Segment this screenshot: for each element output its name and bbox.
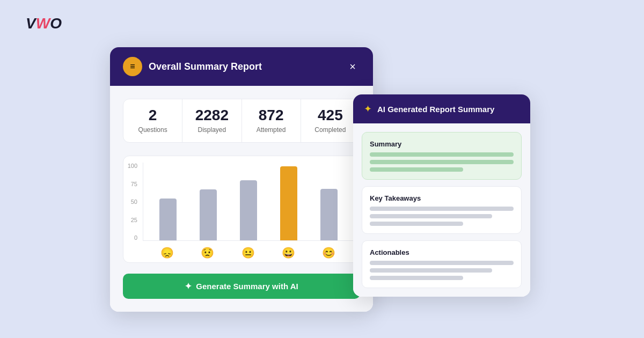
logo-o: O — [50, 15, 61, 32]
y-label-75: 75 — [123, 181, 141, 187]
chart-area: 100 75 50 25 0 — [123, 156, 360, 263]
modal-body: 2 Questions 2282 Displayed 872 Attempted… — [110, 86, 373, 312]
ai-line — [370, 268, 492, 273]
bar-2 — [200, 189, 217, 240]
generate-btn-label: Generate Summary with AI — [196, 282, 298, 291]
ai-line — [370, 261, 514, 265]
modal-title: Overall Summary Report — [149, 61, 262, 72]
chart-y-labels: 100 75 50 25 0 — [123, 163, 141, 241]
ai-line — [370, 222, 463, 226]
y-label-100: 100 — [123, 163, 141, 169]
ai-sparkle-icon: ✦ — [364, 103, 372, 115]
ai-line — [370, 152, 514, 157]
ai-panel-body: Summary Key Takeaways Actionables — [353, 123, 530, 297]
stat-attempted-number: 872 — [248, 108, 294, 123]
stat-displayed: 2282 Displayed — [182, 99, 241, 142]
bar-group-4 — [273, 166, 304, 240]
emoji-row: 😞 😟 😐 😀 😊 — [143, 246, 353, 259]
ai-line — [370, 214, 492, 218]
emoji-3: 😐 — [232, 246, 264, 259]
ai-panel-title: AI Generated Report Summary — [377, 105, 494, 114]
ai-section-takeaways-title: Key Takeaways — [370, 194, 514, 202]
ai-panel: ✦ AI Generated Report Summary Summary Ke… — [353, 94, 530, 297]
ai-line — [370, 276, 463, 280]
modal-header: ≡ Overall Summary Report × — [110, 47, 373, 86]
ai-section-actionables: Actionables — [362, 240, 522, 288]
bar-4 — [280, 166, 297, 240]
stat-displayed-number: 2282 — [189, 108, 235, 123]
ai-line — [370, 167, 463, 172]
stat-displayed-label: Displayed — [189, 126, 235, 134]
bar-1 — [159, 199, 177, 240]
ai-section-actionables-title: Actionables — [370, 248, 514, 256]
y-label-25: 25 — [123, 217, 141, 223]
bar-group-1 — [152, 199, 184, 240]
y-label-0: 0 — [123, 234, 141, 241]
ai-section-takeaways: Key Takeaways — [362, 186, 522, 234]
ai-line — [370, 160, 514, 164]
stats-row: 2 Questions 2282 Displayed 872 Attempted… — [123, 99, 360, 143]
close-button[interactable]: × — [345, 59, 360, 74]
stat-attempted-label: Attempted — [248, 126, 294, 134]
logo-v: V — [26, 15, 35, 32]
vwo-logo: VWO — [26, 15, 61, 32]
bar-3 — [240, 180, 257, 240]
ai-section-summary-title: Summary — [370, 140, 514, 148]
bar-5 — [320, 189, 338, 240]
stat-completed: 425 Completed — [301, 99, 360, 142]
main-modal: ≡ Overall Summary Report × 2 Questions 2… — [110, 47, 373, 312]
stat-completed-label: Completed — [308, 126, 353, 134]
stat-attempted: 872 Attempted — [242, 99, 301, 142]
report-icon: ≡ — [123, 57, 142, 76]
ai-section-summary: Summary — [362, 132, 522, 180]
emoji-4: 😀 — [273, 246, 304, 259]
bar-group-5 — [313, 189, 345, 240]
logo-w: W — [36, 15, 49, 32]
chart-bars — [143, 163, 353, 241]
ai-line — [370, 207, 514, 211]
stat-questions-label: Questions — [130, 126, 175, 134]
emoji-5: 😊 — [313, 246, 345, 259]
y-label-50: 50 — [123, 199, 141, 205]
bar-group-3 — [232, 180, 264, 240]
stat-questions: 2 Questions — [123, 99, 182, 142]
generate-summary-button[interactable]: ✦ Generate Summary with AI — [123, 274, 360, 299]
sparkle-icon: ✦ — [185, 281, 192, 291]
emoji-2: 😟 — [192, 246, 223, 259]
stat-completed-number: 425 — [308, 108, 353, 123]
modal-header-left: ≡ Overall Summary Report — [123, 57, 262, 76]
bar-group-2 — [192, 189, 224, 240]
stat-questions-number: 2 — [130, 108, 175, 123]
emoji-1: 😞 — [151, 246, 183, 259]
ai-panel-header: ✦ AI Generated Report Summary — [353, 94, 530, 123]
